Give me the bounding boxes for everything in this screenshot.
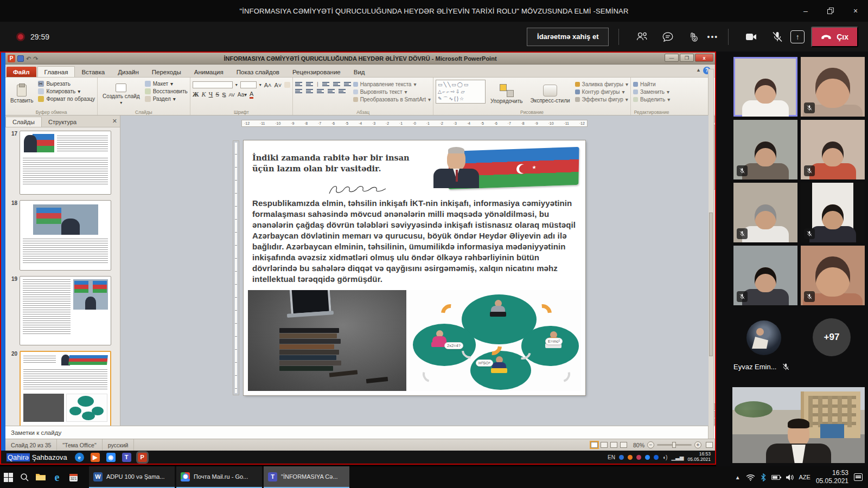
ribbon-tab-6[interactable]: Анимация (188, 67, 230, 77)
file-explorer-icon[interactable] (33, 466, 49, 488)
language-indicator[interactable]: AZE (799, 474, 810, 480)
shape-outline-button[interactable]: Контур фигуры ▾ (575, 89, 628, 95)
ribbon-tab-5[interactable]: Переходы (145, 67, 188, 77)
cut-button[interactable]: ✂Вырезать (38, 81, 95, 87)
close-button[interactable]: × (843, 0, 868, 22)
mic-muted-icon[interactable] (768, 28, 787, 46)
internet-explorer-icon[interactable]: e (75, 453, 84, 462)
start-button[interactable] (0, 466, 16, 488)
participant-video-6[interactable] (801, 183, 865, 242)
elearning-cartoon-image[interactable]: 2x2=4? E=mc² H²SO⁴ (410, 290, 581, 391)
taskbar-app-chrome[interactable]: Почта Mail.ru - Go... (176, 466, 262, 488)
section-button[interactable]: Раздел ▾ (145, 96, 188, 102)
change-case-icon[interactable]: Aa▾ (238, 92, 247, 98)
camera-icon[interactable] (742, 28, 761, 46)
justify-icon[interactable] (328, 89, 335, 93)
more-options-icon[interactable]: ••• (707, 33, 718, 41)
zoom-app-icon[interactable]: ◉ (106, 453, 116, 462)
font-size-box[interactable] (240, 81, 257, 88)
bullets-icon[interactable] (295, 82, 302, 86)
books-laptop-image[interactable] (248, 290, 406, 391)
slide-body-text[interactable]: Respublikamızda elmin, təhsilin inkişafı… (252, 198, 579, 285)
leave-button[interactable]: Çıx (811, 27, 858, 47)
wifi-icon[interactable] (746, 474, 755, 481)
shape-fill-button[interactable]: Заливка фигуры ▾ (575, 81, 628, 87)
find-button[interactable]: Найти (633, 81, 670, 87)
format-painter-button[interactable]: Формат по образцу (38, 96, 95, 102)
line-spacing-icon[interactable] (344, 82, 351, 86)
normal-view-icon[interactable] (591, 442, 598, 448)
powerpoint-taskbar-icon[interactable]: P (138, 453, 147, 462)
help-tray-icon[interactable] (619, 455, 624, 460)
theme-name[interactable]: "Тема Office" (57, 439, 102, 451)
reactions-icon[interactable] (685, 28, 703, 46)
shapes-gallery[interactable]: ▭╲╲▭◯▭△⌐⌐⇨⇩▱✎⌒∿{}☆ (436, 80, 486, 104)
align-right-icon[interactable] (317, 89, 324, 93)
language-indicator[interactable]: русский (103, 439, 135, 451)
battery-icon[interactable] (771, 475, 780, 480)
zoom-in-icon[interactable]: + (694, 441, 701, 448)
shared-language-indicator[interactable]: EN (608, 454, 615, 460)
paste-button[interactable]: Вставить (8, 80, 36, 108)
smartart-button[interactable]: Преобразовать в SmartArt ▾ (353, 97, 431, 102)
participant-video-5[interactable] (733, 183, 797, 242)
participant-video-8[interactable] (801, 246, 865, 305)
slide-sorter-icon[interactable] (601, 442, 608, 448)
leader-photo[interactable]: ★ (416, 146, 579, 194)
ribbon-tab-7[interactable]: Показ слайдов (230, 67, 286, 77)
shape-effects-button[interactable]: Эффекты фигур ▾ (575, 97, 628, 102)
vertical-ruler[interactable] (233, 140, 239, 395)
collapse-ribbon-icon[interactable]: ▲ (696, 67, 701, 73)
tab-slides[interactable]: Слайды (5, 117, 42, 127)
request-control-button[interactable]: İdarəetmə xahiş et (527, 28, 609, 46)
slide-thumbnail-17[interactable]: 17 (9, 131, 111, 195)
zoom-out-icon[interactable]: − (647, 441, 654, 448)
align-center-icon[interactable] (306, 89, 313, 93)
action-center-icon[interactable] (854, 473, 863, 481)
teams-app-icon[interactable]: T (122, 453, 131, 462)
char-spacing-icon[interactable]: AV (228, 92, 234, 98)
arrange-button[interactable]: Упорядочить (488, 80, 526, 108)
grow-font-icon[interactable]: A˄ (264, 82, 272, 88)
reset-button[interactable]: Восстановить (145, 88, 188, 94)
notes-pane[interactable]: Заметки к слайду (5, 426, 715, 439)
participant-video-4[interactable] (801, 120, 865, 179)
text-direction-button[interactable]: Направление текста ▾ (353, 81, 431, 87)
replace-button[interactable]: Заменить ▾ (633, 89, 670, 95)
participant-avatar[interactable] (746, 320, 781, 355)
bold-icon[interactable]: Ж (193, 91, 199, 99)
panel-scrollbar[interactable] (708, 69, 714, 447)
ppt-restore-button[interactable]: ❐ (680, 54, 694, 62)
font-color-icon[interactable]: A (250, 91, 253, 99)
ribbon-tab-9[interactable]: Вид (347, 67, 372, 77)
messenger-tray-icon[interactable] (645, 455, 650, 460)
tray-expand-icon[interactable]: ▲ (735, 474, 741, 480)
slideshow-icon[interactable] (620, 442, 627, 448)
panel-close-icon[interactable]: ✕ (112, 118, 117, 125)
copy-button[interactable]: Копировать ▾ (38, 88, 95, 94)
calendar-icon[interactable]: 321 (65, 466, 81, 488)
taskbar-app-teams[interactable]: T"İNFORMASIYA Cə... (264, 466, 349, 488)
slide-thumbnail-19[interactable]: 19 (9, 276, 111, 345)
ribbon-tab-2[interactable]: Главная (37, 66, 75, 77)
slide-quote[interactable]: İndiki zamanda rabitə hər bir insan üçün… (252, 152, 415, 174)
align-left-icon[interactable] (295, 89, 302, 93)
minimize-button[interactable]: – (793, 0, 818, 22)
ribbon-tab-4[interactable]: Дизайн (111, 67, 145, 77)
underline-icon[interactable]: Ч (209, 91, 213, 99)
columns-icon[interactable] (339, 89, 346, 93)
participant-video-3[interactable] (733, 120, 797, 179)
network-tray-icon[interactable]: ▁▃▅ (671, 454, 684, 460)
app-tray-icon[interactable] (636, 455, 641, 460)
clear-format-icon[interactable] (284, 82, 290, 88)
tab-outline[interactable]: Структура (42, 117, 83, 127)
italic-icon[interactable]: К (202, 91, 206, 99)
ppt-close-button[interactable]: x (695, 54, 713, 62)
participant-video-7[interactable] (733, 246, 797, 305)
volume-icon[interactable] (786, 474, 794, 481)
search-icon[interactable] (16, 466, 33, 488)
chat-icon[interactable] (659, 28, 677, 46)
new-slide-button[interactable]: Создать слайд▾ (100, 80, 143, 108)
font-name-box[interactable] (193, 81, 233, 88)
align-text-button[interactable]: Выровнять текст ▾ (353, 89, 431, 95)
